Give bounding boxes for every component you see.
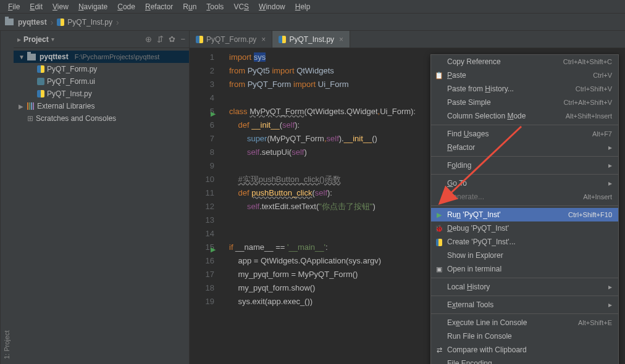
ctx-paste-history[interactable]: Paste from History...Ctrl+Shift+V [431,82,618,96]
python-icon [435,238,443,246]
ctx-copy-reference[interactable]: Copy ReferenceCtrl+Alt+Shift+C [431,55,618,68]
tab-pyqt-inst[interactable]: PyQT_Inst.py × [272,31,350,48]
menu-help[interactable]: Help [291,1,315,12]
python-icon [196,36,203,43]
ui-file-icon [37,78,44,85]
menu-refactor[interactable]: Refactor [141,1,177,12]
menubar: File Edit View Navigate Code Refactor Ru… [0,0,625,14]
ctx-paste-simple[interactable]: Paste SimpleCtrl+Alt+Shift+V [431,96,618,109]
menu-code[interactable]: Code [113,1,140,12]
tree-scratches[interactable]: ⊞ Scratches and Consoles [14,112,189,125]
menu-tools[interactable]: Tools [202,1,228,12]
ctx-execute-line[interactable]: Execute Line in ConsoleAlt+Shift+E [431,316,618,329]
line-gutter: 1234 5▶ 6789 1011121314 15▶ 16171819 [190,51,223,308]
context-menu: Copy ReferenceCtrl+Alt+Shift+C 📋PasteCtr… [430,54,619,364]
ctx-show-explorer[interactable]: Show in Explorer [431,249,618,262]
ctx-run[interactable]: ▶Run 'PyQT_Inst'Ctrl+Shift+F10 [431,208,618,221]
ctx-goto[interactable]: Go To▸ [431,176,618,190]
gear-icon[interactable]: ✿ [169,35,175,44]
ctx-local-history[interactable]: Local History▸ [431,280,618,294]
tool-window-stripe[interactable]: 1: Project [0,31,14,364]
ctx-paste[interactable]: 📋PasteCtrl+V [431,68,618,82]
ctx-folding[interactable]: Folding▸ [431,159,618,172]
ctx-compare-clipboard[interactable]: ⇄Compare with Clipboard [431,343,618,357]
run-icon: ▶ [435,210,443,219]
target-icon[interactable]: ⊕ [145,35,152,44]
scratches-icon: ⊞ [27,114,33,123]
folder-icon [5,19,14,25]
project-tree: ▼ pyqttest F:\PycharmProjects\pyqttest P… [14,48,189,127]
menu-window[interactable]: Window [254,1,290,12]
tree-project-root[interactable]: ▼ pyqttest F:\PycharmProjects\pyqttest [14,51,189,63]
terminal-icon: ▣ [435,265,443,273]
ctx-debug[interactable]: 🐞Debug 'PyQT_Inst' [431,221,618,235]
close-icon[interactable]: × [339,35,343,44]
ctx-open-terminal[interactable]: ▣Open in terminal [431,262,618,276]
source-text[interactable]: import sys from PyQt5 import QtWidgets f… [223,51,416,308]
debug-icon: 🐞 [435,224,443,233]
menu-file[interactable]: File [4,1,24,12]
menu-vcs[interactable]: VCS [229,1,253,12]
tab-pyqt-form[interactable]: PyQT_Form.py × [190,31,272,48]
ctx-refactor[interactable]: Refactor▸ [431,141,618,154]
tree-file[interactable]: PyQT_Form.ui [14,75,189,88]
compare-icon: ⇄ [435,345,443,354]
ctx-column-mode[interactable]: Column Selection ModeAlt+Shift+Insert [431,109,618,123]
breadcrumb-project[interactable]: pyqttest [5,18,47,27]
chevron-right-icon: › [51,17,54,27]
ctx-create-config[interactable]: Create 'PyQT_Inst'... [431,235,618,249]
python-icon [57,19,64,26]
python-icon [279,36,286,43]
tree-external-libraries[interactable]: ▶ External Libraries [14,100,189,112]
collapse-icon[interactable]: ⇵ [157,35,164,44]
tree-file[interactable]: PyQT_Inst.py [14,88,189,100]
breadcrumb-file-label: PyQT_Inst.py [67,18,112,27]
breadcrumb-file[interactable]: PyQT_Inst.py [57,18,112,27]
ctx-file-encoding[interactable]: File Encoding [431,357,618,364]
paste-icon: 📋 [435,71,443,80]
python-icon [37,65,44,73]
breadcrumb: pyqttest › PyQT_Inst.py › [0,14,625,31]
breadcrumb-project-label: pyqttest [18,18,47,27]
project-panel: ▸ Project ▾ ⊕ ⇵ ✿ − ▼ pyqttest F:\Pychar… [14,31,190,364]
ctx-find-usages[interactable]: Find UsagesAlt+F7 [431,127,618,141]
menu-navigate[interactable]: Navigate [74,1,112,12]
menu-view[interactable]: View [48,1,73,12]
project-panel-title[interactable]: ▸ Project ▾ [17,35,141,44]
folder-icon [27,54,36,60]
python-icon [37,90,44,97]
ctx-generate: Generate...Alt+Insert [431,190,618,204]
ctx-run-file-console[interactable]: Run File in Console [431,329,618,343]
project-tool-label: 1: Project [3,331,10,359]
ctx-external-tools[interactable]: External Tools▸ [431,298,618,312]
menu-run[interactable]: Run [178,1,201,12]
library-icon [27,102,35,110]
close-icon[interactable]: × [261,35,266,44]
chevron-right-icon: › [116,17,119,27]
hide-icon[interactable]: − [180,35,185,44]
tree-file[interactable]: PyQT_Form.py [14,63,189,75]
editor-tabs: PyQT_Form.py × PyQT_Inst.py × [190,31,625,48]
menu-edit[interactable]: Edit [25,1,47,12]
